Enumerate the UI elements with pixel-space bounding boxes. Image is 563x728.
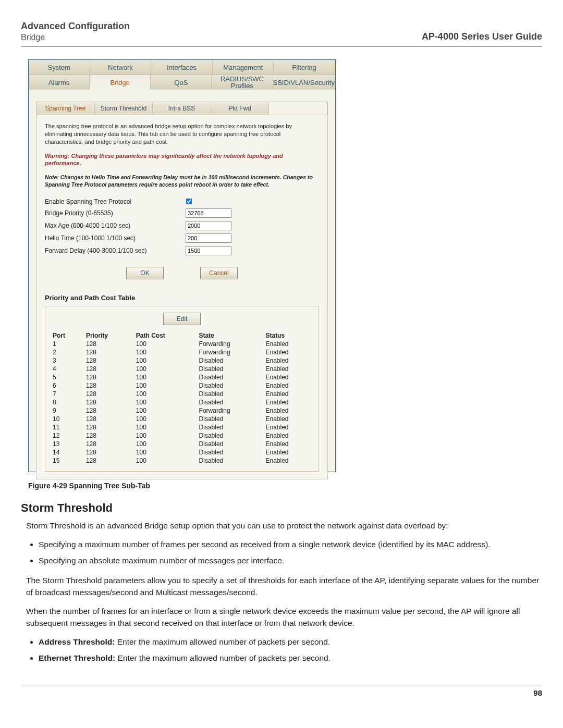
sub-tab[interactable]: Spanning Tree bbox=[36, 102, 95, 115]
description-text: The spanning tree protocol is an advance… bbox=[45, 122, 319, 146]
table-row: 11128100DisabledEnabled bbox=[50, 423, 314, 431]
bridge-priority-label: Bridge Priority (0-65535) bbox=[45, 209, 186, 217]
paragraph: The Storm Threshold parameters allow you… bbox=[26, 575, 542, 598]
table-row: 1128100ForwardingEnabled bbox=[50, 340, 314, 348]
divider bbox=[21, 46, 542, 47]
page-header: Advanced Configuration Bridge AP-4000 Se… bbox=[21, 21, 542, 42]
sub-tab-blank bbox=[269, 102, 327, 115]
enable-stp-checkbox[interactable] bbox=[186, 199, 192, 205]
table-header: State bbox=[196, 331, 263, 340]
paragraph: When the number of frames for an interfa… bbox=[26, 606, 542, 629]
header-subtitle: Bridge bbox=[21, 33, 130, 42]
table-row: 2128100ForwardingEnabled bbox=[50, 348, 314, 356]
table-row: 7128100DisabledEnabled bbox=[50, 390, 314, 398]
main-tab[interactable]: Bridge bbox=[90, 75, 151, 90]
table-row: 14128100DisabledEnabled bbox=[50, 448, 314, 456]
main-tab[interactable]: QoS bbox=[151, 75, 212, 90]
ok-button[interactable]: OK bbox=[126, 267, 164, 279]
bullet-item: Ethernet Threshold: Enter the maximum al… bbox=[39, 652, 542, 664]
table-row: 13128100DisabledEnabled bbox=[50, 440, 314, 448]
paragraph: Storm Threshold is an advanced Bridge se… bbox=[26, 520, 542, 532]
table-row: 9128100ForwardingEnabled bbox=[50, 406, 314, 415]
main-tab[interactable]: RADIUS/SWCProfiles bbox=[212, 75, 273, 90]
table-row: 4128100DisabledEnabled bbox=[50, 365, 314, 373]
cancel-button[interactable]: Cancel bbox=[200, 267, 238, 279]
priority-path-cost-table: PortPriorityPath CostStateStatus1128100F… bbox=[50, 331, 314, 465]
page-number: 98 bbox=[21, 685, 542, 697]
table-title: Priority and Path Cost Table bbox=[45, 294, 319, 302]
sub-tab[interactable]: Intra BSS bbox=[153, 102, 211, 115]
table-row: 10128100DisabledEnabled bbox=[50, 415, 314, 423]
sub-tab[interactable]: Storm Threshold bbox=[95, 102, 153, 115]
table-header: Port bbox=[50, 331, 83, 340]
forward-delay-label: Forward Delay (400-3000 1/100 sec) bbox=[45, 247, 186, 254]
main-tab[interactable]: System bbox=[29, 60, 90, 75]
table-header: Path Cost bbox=[133, 331, 196, 340]
edit-button[interactable]: Edit bbox=[163, 313, 201, 325]
forward-delay-input[interactable] bbox=[186, 246, 231, 255]
enable-stp-label: Enable Spanning Tree Protocol bbox=[45, 198, 186, 205]
figure-caption: Figure 4-29 Spanning Tree Sub-Tab bbox=[28, 482, 542, 490]
table-header: Priority bbox=[83, 331, 133, 340]
table-row: 6128100DisabledEnabled bbox=[50, 381, 314, 390]
main-tab[interactable]: Filtering bbox=[274, 60, 335, 75]
table-row: 8128100DisabledEnabled bbox=[50, 398, 314, 406]
max-age-input[interactable] bbox=[186, 221, 231, 230]
table-row: 3128100DisabledEnabled bbox=[50, 356, 314, 365]
warning-text: Warning: Changing these parameters may s… bbox=[45, 152, 319, 168]
main-tab[interactable]: SSID/VLAN/Security bbox=[273, 75, 336, 90]
table-row: 15128100DisabledEnabled bbox=[50, 456, 314, 465]
max-age-label: Max Age (600-4000 1/100 sec) bbox=[45, 222, 186, 229]
main-tab[interactable]: Network bbox=[90, 60, 152, 75]
table-row: 5128100DisabledEnabled bbox=[50, 373, 314, 381]
main-tab[interactable]: Interfaces bbox=[151, 60, 213, 75]
config-screenshot: SystemNetworkInterfacesManagementFilteri… bbox=[28, 59, 336, 472]
bullet-item: Specifying a maximum number of frames pe… bbox=[39, 539, 542, 550]
main-tab[interactable]: Management bbox=[213, 60, 274, 75]
sub-tab[interactable]: Pkt Fwd bbox=[211, 102, 270, 115]
hello-time-label: Hello Time (100-1000 1/100 sec) bbox=[45, 235, 186, 242]
table-header: Status bbox=[262, 331, 314, 340]
bullet-item: Address Threshold: Enter the maximum all… bbox=[39, 636, 542, 648]
guide-title: AP-4000 Series User Guide bbox=[422, 31, 542, 42]
bridge-priority-input[interactable] bbox=[186, 208, 231, 218]
hello-time-input[interactable] bbox=[186, 233, 231, 243]
header-title: Advanced Configuration bbox=[21, 21, 130, 32]
table-row: 12128100DisabledEnabled bbox=[50, 431, 314, 440]
note-text: Note: Changes to Hello Time and Forwardi… bbox=[45, 174, 319, 188]
section-heading: Storm Threshold bbox=[21, 501, 542, 515]
bullet-item: Specifying an absolute maximum number of… bbox=[39, 555, 542, 566]
main-tab[interactable]: Alarms bbox=[29, 75, 90, 90]
